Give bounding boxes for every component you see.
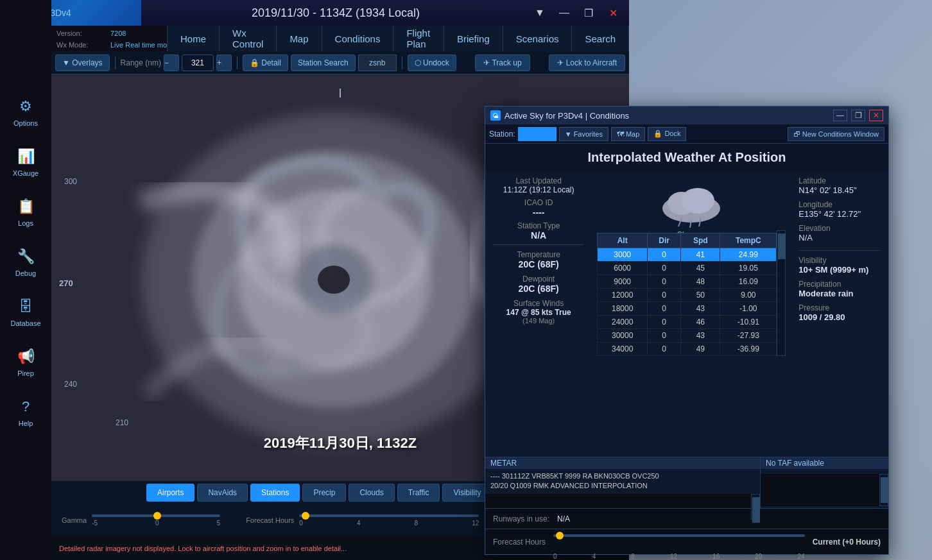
wind-spd: 41 bbox=[681, 248, 720, 262]
nav-briefing[interactable]: Briefing bbox=[444, 26, 503, 51]
tab-navaids[interactable]: NavAids bbox=[197, 484, 248, 502]
gamma-thumb[interactable] bbox=[153, 512, 161, 520]
wxmode-label: Wx Mode: bbox=[56, 40, 108, 51]
fcast-mark-8: 8 bbox=[631, 553, 635, 560]
wind-table-row[interactable]: 30000 0 43 -27.93 bbox=[598, 329, 777, 343]
dock-btn[interactable]: 🔒 Dock bbox=[648, 127, 686, 141]
wind-temp: 16.09 bbox=[720, 275, 777, 289]
tab-traffic[interactable]: Traffic bbox=[397, 484, 440, 502]
restore-btn[interactable]: ❐ bbox=[579, 5, 598, 21]
sidebar-item-options[interactable]: ⚙ Options bbox=[4, 90, 47, 133]
sidebar-item-xgauge[interactable]: 📊 XGauge bbox=[4, 140, 47, 183]
sidebar-item-database[interactable]: 🗄 Database bbox=[4, 290, 47, 334]
compass-north: | bbox=[339, 87, 341, 98]
table-scrollbar[interactable] bbox=[777, 230, 786, 356]
version-label: Version: bbox=[56, 28, 108, 40]
wind-dir: 0 bbox=[648, 275, 681, 289]
sidebar-item-help[interactable]: ? Help bbox=[4, 390, 47, 434]
dropdown-btn[interactable]: ▼ bbox=[530, 5, 549, 21]
station-input[interactable] bbox=[358, 55, 397, 71]
new-window-btn[interactable]: 🗗 New Conditions Window bbox=[788, 127, 885, 141]
wind-table-row[interactable]: 34000 0 49 -36.99 bbox=[598, 343, 777, 356]
conditions-forecast-section: Forecast Hours 0 4 8 12 16 20 24 Current… bbox=[485, 529, 888, 554]
undock-btn[interactable]: ⬡ Undock bbox=[408, 55, 456, 71]
forecast-slider-group: Forecast Hours 0 4 8 12 bbox=[246, 514, 479, 527]
sidebar-label-xgauge: XGauge bbox=[13, 169, 39, 177]
nav-conditions[interactable]: Conditions bbox=[322, 26, 394, 51]
latitude-label: Latitude bbox=[798, 176, 881, 185]
sidebar-item-pirep[interactable]: 📢 Pirep bbox=[4, 340, 47, 384]
conditions-title-bar: 🌤 Active Sky for P3Dv4 | Conditions — ❐ … bbox=[485, 106, 888, 124]
conditions-left-panel: Last Updated 11:12Z (19:12 Local) ICAO I… bbox=[485, 171, 592, 457]
minimize-btn[interactable]: — bbox=[555, 5, 574, 21]
forecast-thumb[interactable] bbox=[302, 512, 309, 520]
wind-table-row[interactable]: 3000 0 41 24.99 bbox=[598, 248, 777, 262]
forecast-track[interactable] bbox=[299, 514, 479, 517]
dewpoint-label: Dewpoint bbox=[522, 275, 555, 284]
tab-stations[interactable]: Stations bbox=[250, 484, 300, 502]
nav-wxcontrol[interactable]: Wx Control bbox=[220, 26, 277, 51]
metar-scroll-thumb bbox=[752, 497, 760, 523]
nav-flightplan[interactable]: Flight Plan bbox=[393, 26, 444, 51]
station-input-field[interactable] bbox=[518, 127, 557, 141]
window-controls: ▼ — ❐ ✕ bbox=[530, 5, 629, 21]
taf-empty bbox=[761, 474, 879, 506]
wind-table-row[interactable]: 9000 0 48 16.09 bbox=[598, 275, 777, 289]
detail-btn[interactable]: 🔒 Detail bbox=[243, 55, 288, 71]
wind-dir: 0 bbox=[648, 262, 681, 275]
last-updated-field: Last Updated 11:12Z (19:12 Local) bbox=[493, 176, 584, 194]
toolbar: ▼ Overlays Range (nm) − + 🔒 Detail Stati… bbox=[51, 51, 629, 74]
overlays-btn[interactable]: ▼ Overlays bbox=[55, 55, 110, 71]
conditions-restore-btn[interactable]: ❐ bbox=[851, 110, 865, 121]
wind-table-row[interactable]: 18000 0 43 -1.00 bbox=[598, 302, 777, 316]
range-plus-btn[interactable]: + bbox=[216, 55, 232, 71]
lock-aircraft-btn[interactable]: ✈ Lock to Aircraft bbox=[549, 55, 625, 71]
gamma-track[interactable] bbox=[92, 514, 220, 517]
wind-alt: 18000 bbox=[598, 302, 648, 316]
last-updated-value: 11:12Z (19:12 Local) bbox=[503, 185, 574, 194]
nav-scenarios[interactable]: Scenarios bbox=[503, 26, 573, 51]
temperature-value: 20C (68F) bbox=[519, 259, 559, 269]
cond-forecast-thumb[interactable] bbox=[556, 532, 564, 539]
cond-forecast-track[interactable] bbox=[553, 534, 805, 537]
temperature-field: Temperature 20C (68F) bbox=[493, 250, 584, 269]
favorites-btn[interactable]: ▼ Favorites bbox=[559, 127, 608, 141]
metar-scrollbar[interactable] bbox=[751, 494, 760, 520]
taf-content bbox=[761, 469, 888, 474]
nav-search[interactable]: Search bbox=[572, 26, 629, 51]
col-tempc: TempC bbox=[720, 233, 777, 248]
pressure-value: 1009 / 29.80 bbox=[798, 312, 881, 322]
scrollbar-thumb bbox=[778, 233, 786, 259]
wind-spd: 48 bbox=[681, 275, 720, 289]
wind-spd: 46 bbox=[681, 316, 720, 329]
wind-table-row[interactable]: 24000 0 46 -10.91 bbox=[598, 316, 777, 329]
longitude-field: Longitude E135° 42' 12.72" bbox=[798, 200, 881, 219]
wind-table-row[interactable]: 12000 0 50 9.00 bbox=[598, 289, 777, 302]
options-icon: ⚙ bbox=[15, 96, 36, 117]
sidebar-item-debug[interactable]: 🔧 Debug bbox=[4, 240, 47, 284]
nav-map[interactable]: Map bbox=[277, 26, 322, 51]
conditions-toolbar: Station: ▼ Favorites 🗺 Map 🔒 Dock 🗗 New … bbox=[485, 124, 888, 144]
tab-airports[interactable]: Airports bbox=[146, 484, 194, 502]
visibility-label: Visibility bbox=[798, 256, 881, 265]
nav-home[interactable]: Home bbox=[167, 26, 220, 51]
compass-mark-300: 300 bbox=[64, 177, 77, 186]
debug-icon: 🔧 bbox=[15, 246, 36, 267]
taf-scrollbar[interactable] bbox=[879, 474, 888, 506]
sidebar-item-logs[interactable]: 📋 Logs bbox=[4, 190, 47, 233]
tab-precip[interactable]: Precip bbox=[302, 484, 346, 502]
tab-clouds[interactable]: Clouds bbox=[349, 484, 394, 502]
range-minus-btn[interactable]: − bbox=[164, 55, 179, 71]
conditions-minimize-btn[interactable]: — bbox=[833, 110, 847, 121]
close-btn[interactable]: ✕ bbox=[603, 5, 623, 21]
wind-table-row[interactable]: 6000 0 45 19.05 bbox=[598, 262, 777, 275]
map-btn[interactable]: 🗺 Map bbox=[611, 127, 645, 141]
wind-dir: 0 bbox=[648, 302, 681, 316]
station-search-btn[interactable]: Station Search bbox=[291, 55, 356, 71]
track-up-btn[interactable]: ✈ Track up bbox=[475, 55, 530, 71]
range-value[interactable] bbox=[182, 55, 214, 71]
conditions-close-btn[interactable]: ✕ bbox=[869, 110, 883, 121]
wind-temp: 24.99 bbox=[720, 248, 777, 262]
col-dir: Dir bbox=[648, 233, 681, 248]
col-alt: Alt bbox=[598, 233, 648, 248]
